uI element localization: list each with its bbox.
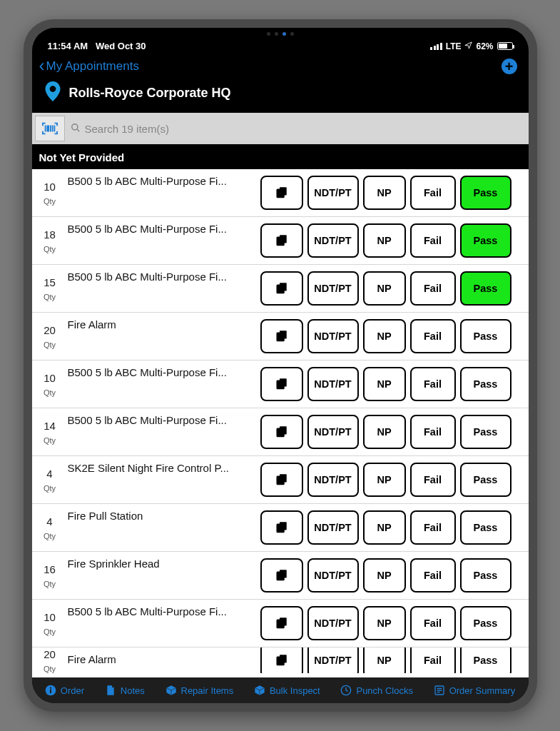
pass-button[interactable]: Pass: [460, 271, 511, 306]
pass-button[interactable]: Pass: [460, 367, 511, 401]
ndt-pt-button[interactable]: NDT/PT: [307, 319, 359, 353]
list-item[interactable]: 10 Qty B500 5 lb ABC Multi-Purpose Fi...…: [32, 600, 529, 647]
ndt-pt-button[interactable]: NDT/PT: [307, 415, 359, 449]
copy-button[interactable]: [260, 176, 303, 210]
copy-button[interactable]: [260, 606, 303, 640]
item-list[interactable]: 10 Qty B500 5 lb ABC Multi-Purpose Fi...…: [32, 169, 529, 677]
copy-button[interactable]: [260, 415, 303, 449]
fail-button[interactable]: Fail: [410, 271, 456, 306]
np-button[interactable]: NP: [363, 647, 406, 673]
qty-label: Qty: [44, 484, 56, 493]
pass-button[interactable]: Pass: [460, 415, 511, 449]
np-button[interactable]: NP: [363, 606, 406, 640]
copy-button[interactable]: [260, 367, 303, 401]
list-item[interactable]: 14 Qty B500 5 lb ABC Multi-Purpose Fi...…: [32, 408, 529, 456]
copy-button[interactable]: [260, 271, 303, 306]
ndt-pt-button[interactable]: NDT/PT: [307, 606, 359, 640]
fail-button[interactable]: Fail: [410, 367, 456, 401]
np-button[interactable]: NP: [363, 223, 406, 258]
toolbar-punch[interactable]: Punch Clocks: [340, 685, 412, 696]
list-item[interactable]: 4 Qty SK2E Silent Night Fire Control P..…: [32, 456, 529, 504]
qty-column: 15 Qty: [32, 265, 68, 312]
item-name: Fire Pull Station: [68, 504, 260, 551]
action-buttons: NDT/PT NP Fail Pass: [260, 361, 529, 408]
list-item[interactable]: 20 Qty Fire Alarm NDT/PT NP Fail Pass: [32, 647, 529, 673]
copy-button[interactable]: [260, 558, 303, 593]
ndt-pt-button[interactable]: NDT/PT: [307, 223, 359, 258]
ndt-pt-button[interactable]: NDT/PT: [307, 463, 359, 497]
np-button[interactable]: NP: [363, 367, 406, 401]
search-icon: [71, 123, 81, 135]
fail-button[interactable]: Fail: [410, 606, 456, 640]
copy-button[interactable]: [260, 223, 303, 258]
ndt-pt-button[interactable]: NDT/PT: [307, 510, 359, 545]
barcode-button[interactable]: [35, 116, 65, 141]
ndt-pt-button[interactable]: NDT/PT: [307, 558, 359, 593]
ndt-pt-button[interactable]: NDT/PT: [307, 367, 359, 401]
pass-button[interactable]: Pass: [460, 558, 511, 593]
np-button[interactable]: NP: [363, 319, 406, 353]
fail-button[interactable]: Fail: [410, 176, 456, 210]
list-item[interactable]: 15 Qty B500 5 lb ABC Multi-Purpose Fi...…: [32, 265, 529, 313]
fail-button[interactable]: Fail: [410, 647, 456, 673]
pass-button[interactable]: Pass: [460, 319, 511, 353]
np-button[interactable]: NP: [363, 463, 406, 497]
list-item[interactable]: 10 Qty B500 5 lb ABC Multi-Purpose Fi...…: [32, 169, 529, 217]
toolbar-bulk[interactable]: Bulk Inspect: [254, 685, 320, 696]
toolbar-order[interactable]: Order: [45, 685, 84, 696]
ndt-pt-button[interactable]: NDT/PT: [307, 176, 359, 210]
toolbar-notes[interactable]: Notes: [105, 685, 145, 696]
copy-button[interactable]: [260, 463, 303, 497]
search-row: Search 19 item(s): [32, 113, 529, 144]
toolbar-summary[interactable]: Order Summary: [434, 685, 515, 696]
list-item[interactable]: 18 Qty B500 5 lb ABC Multi-Purpose Fi...…: [32, 217, 529, 265]
location-pin-icon: [45, 81, 61, 104]
pass-button[interactable]: Pass: [460, 223, 511, 258]
document-icon: [105, 685, 116, 696]
pass-button[interactable]: Pass: [460, 606, 511, 640]
svg-rect-12: [277, 333, 284, 341]
fail-button[interactable]: Fail: [410, 558, 456, 593]
qty-column: 14 Qty: [32, 408, 68, 455]
toolbar-repair[interactable]: Repair Items: [166, 685, 234, 696]
copy-icon: [275, 616, 288, 631]
svg-rect-24: [277, 524, 284, 532]
copy-icon: [275, 653, 288, 668]
qty-label: Qty: [44, 245, 56, 253]
list-item[interactable]: 10 Qty B500 5 lb ABC Multi-Purpose Fi...…: [32, 361, 529, 408]
pass-button[interactable]: Pass: [460, 463, 511, 497]
fail-button[interactable]: Fail: [410, 415, 456, 449]
pass-button[interactable]: Pass: [460, 647, 511, 673]
copy-button[interactable]: [260, 647, 303, 673]
svg-rect-35: [50, 690, 51, 693]
location-row: Rolls-Royce Corporate HQ: [32, 81, 529, 113]
svg-rect-33: [277, 657, 284, 665]
np-button[interactable]: NP: [363, 415, 406, 449]
fail-button[interactable]: Fail: [410, 223, 456, 258]
copy-button[interactable]: [260, 510, 303, 545]
copy-button[interactable]: [260, 319, 303, 353]
pass-button[interactable]: Pass: [460, 176, 511, 210]
ndt-pt-button[interactable]: NDT/PT: [307, 271, 359, 306]
np-button[interactable]: NP: [363, 271, 406, 306]
qty-column: 10 Qty: [32, 361, 68, 408]
np-button[interactable]: NP: [363, 558, 406, 593]
pass-button[interactable]: Pass: [460, 510, 511, 545]
item-name: Fire Alarm: [68, 313, 260, 360]
ndt-pt-button[interactable]: NDT/PT: [307, 647, 359, 673]
search-input[interactable]: Search 19 item(s): [71, 123, 521, 135]
qty-value: 10: [44, 181, 56, 193]
fail-button[interactable]: Fail: [410, 510, 456, 545]
qty-label: Qty: [44, 197, 56, 206]
list-item[interactable]: 4 Qty Fire Pull Station NDT/PT NP Fail P…: [32, 504, 529, 552]
camera-bar: [32, 28, 529, 39]
np-button[interactable]: NP: [363, 176, 406, 210]
add-button[interactable]: +: [502, 59, 517, 74]
fail-button[interactable]: Fail: [410, 319, 456, 353]
list-item[interactable]: 20 Qty Fire Alarm NDT/PT NP Fail Pass: [32, 313, 529, 361]
list-item[interactable]: 16 Qty Fire Sprinkler Head NDT/PT NP Fai…: [32, 552, 529, 600]
np-button[interactable]: NP: [363, 510, 406, 545]
status-date: Wed Oct 30: [96, 41, 146, 51]
back-button[interactable]: ‹ My Appointments: [39, 59, 139, 74]
fail-button[interactable]: Fail: [410, 463, 456, 497]
